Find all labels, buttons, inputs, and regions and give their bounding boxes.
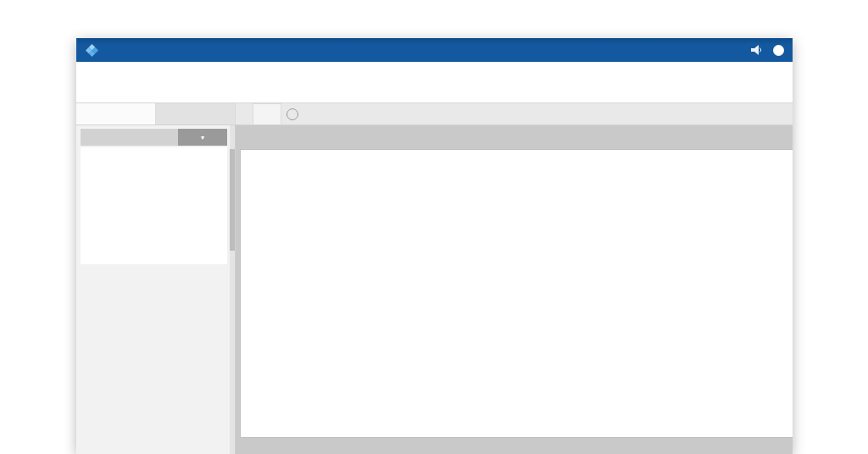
smartdraw-logo-icon (85, 43, 99, 58)
ribbon-toolbar (76, 62, 793, 103)
panel-scrollbar[interactable] (230, 125, 235, 454)
canvas-area (236, 125, 793, 454)
smartdraw-logo (85, 43, 104, 58)
screen (0, 0, 868, 454)
smartpanel-sidebar (76, 125, 236, 454)
topbar-right (751, 45, 784, 56)
panel-tabs (76, 103, 236, 125)
tab-symbols[interactable] (156, 103, 235, 125)
tab-page-1[interactable] (253, 103, 281, 125)
tab-row (76, 103, 793, 125)
announcement-icon[interactable] (751, 45, 763, 55)
app-window (76, 38, 793, 454)
symbol-grid (81, 147, 227, 264)
add-page-button[interactable] (287, 108, 298, 120)
top-menubar (76, 38, 793, 62)
page-tabs (236, 103, 298, 125)
diagram-page[interactable] (240, 149, 793, 438)
symbol-library-header (81, 129, 227, 146)
help-icon[interactable] (773, 45, 784, 56)
more-button[interactable] (178, 129, 227, 146)
main-content (76, 125, 793, 454)
scrollbar-thumb[interactable] (230, 149, 235, 251)
tab-smartpanel[interactable] (76, 103, 156, 125)
